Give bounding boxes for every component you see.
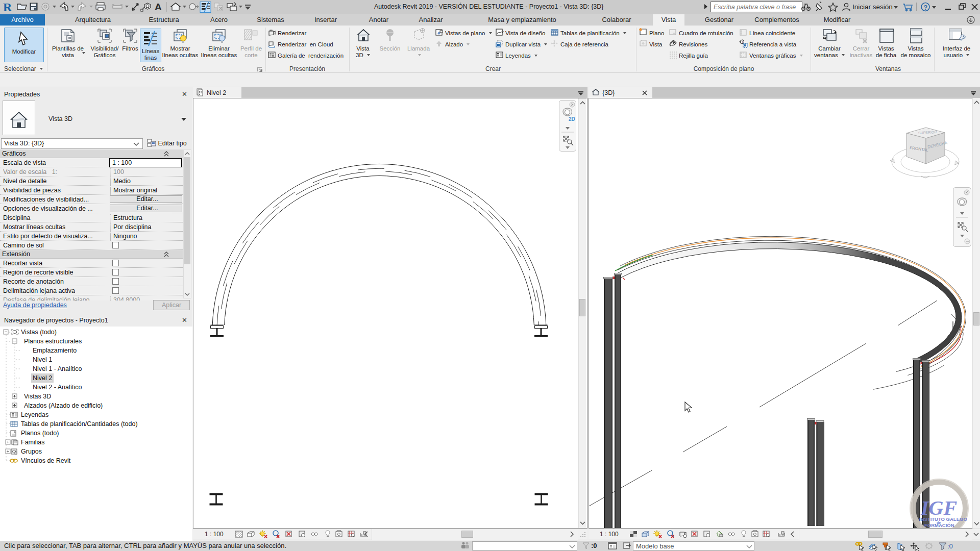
svg-text:R: R — [3, 1, 12, 14]
svg-text::0: :0 — [947, 542, 953, 550]
svg-text:A: A — [155, 2, 162, 12]
svg-text:1: 1 — [742, 40, 744, 44]
svg-text:INSTITUTO GALEGO: INSTITUTO GALEGO — [919, 516, 967, 522]
svg-text:Iniciar sesión: Iniciar sesión — [852, 3, 893, 11]
svg-text:2D: 2D — [569, 116, 575, 122]
svg-text:?: ? — [924, 4, 928, 11]
svg-text:FORMACIÓN: FORMACIÓN — [924, 522, 954, 528]
